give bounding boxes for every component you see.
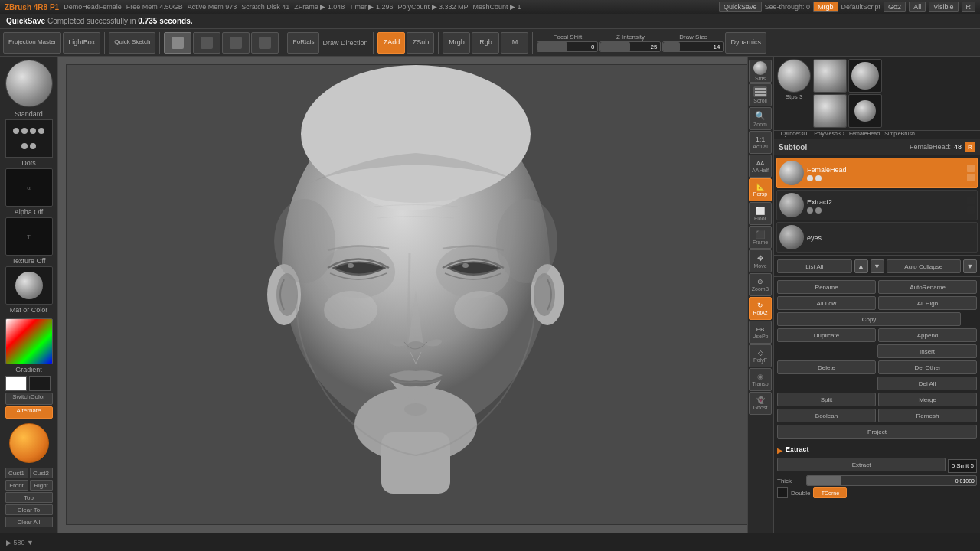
duplicate-button[interactable]: Duplicate (777, 328, 876, 342)
simplebrush-preview[interactable] (848, 94, 882, 128)
lightbox-button[interactable]: LightBox (63, 32, 100, 54)
all-button[interactable]: All (909, 2, 926, 12)
scroll-button[interactable]: Scroll (749, 83, 772, 106)
fh-lock-icon[interactable] (967, 174, 975, 181)
all-high-button[interactable]: All High (878, 296, 977, 310)
focal-shift-slider[interactable]: 0 (537, 41, 598, 52)
cust1-button[interactable]: Cust1 (5, 468, 28, 478)
ex2-lock-icon[interactable] (967, 206, 975, 214)
dots-preview[interactable] (5, 119, 53, 158)
usepb-button[interactable]: PB UsePb (749, 321, 772, 344)
zoom-button[interactable]: 🔍 Zoom (749, 107, 772, 130)
cylinder3d-preview[interactable] (813, 59, 847, 93)
copy-button[interactable]: Copy (777, 312, 961, 326)
polymesh3d-preview[interactable] (848, 59, 882, 93)
transp-button[interactable]: ◉ Transp (749, 368, 772, 391)
z-intensity-group: Z Intensity 25 (599, 34, 661, 52)
list-all-up-arrow[interactable]: ▲ (854, 259, 868, 273)
rotate-mode-button[interactable] (251, 32, 279, 54)
canvas-border (66, 64, 766, 525)
rgb-button[interactable]: Rgb (472, 32, 499, 54)
fh-vis-icon[interactable] (967, 165, 975, 172)
cust2-button[interactable]: Cust2 (30, 468, 53, 478)
dark-swatch[interactable] (29, 376, 51, 391)
viewport-canvas[interactable] (58, 57, 773, 533)
list-all-down-arrow[interactable]: ▼ (871, 259, 884, 273)
move-mode-button[interactable] (193, 32, 220, 54)
move-strip-button[interactable]: ✥ Move (749, 249, 772, 272)
clear-all-button[interactable]: Clear All (5, 517, 53, 527)
ghost-button[interactable]: 👻 Ghost (749, 392, 772, 415)
clear-to-button[interactable]: Clear To (5, 504, 53, 515)
material-preview[interactable] (5, 266, 53, 305)
document-info: DemoHeadFemale (64, 3, 122, 11)
quicksave-button[interactable]: QuickSave (719, 2, 762, 12)
auto-collapse-button[interactable]: Auto Collapse (887, 259, 962, 273)
zsub-button[interactable]: ZSub (407, 32, 434, 54)
z-intensity-slider[interactable]: 25 (599, 41, 661, 52)
projection-master-button[interactable]: Projection Master (3, 32, 61, 54)
zadd-button[interactable]: ZAdd (377, 32, 405, 54)
rename-button[interactable]: Rename (777, 280, 876, 294)
alternate-button[interactable]: Alternate (5, 406, 53, 419)
mrgb-title-button[interactable]: Mrgb (813, 2, 838, 12)
subtool-item-extract2[interactable]: Extract2 (776, 190, 978, 220)
mrgb-button[interactable]: Mrgb (443, 32, 470, 54)
auto-collapse-arrow[interactable]: ▼ (963, 259, 977, 273)
floor-button[interactable]: ⬜ Floor (749, 202, 772, 225)
double-checkbox[interactable] (777, 487, 788, 498)
ghost-label: Ghost (753, 405, 768, 410)
append-button[interactable]: Append (878, 328, 977, 342)
split-button[interactable]: Split (777, 393, 876, 406)
visible-button[interactable]: Visible (929, 2, 958, 12)
top-button[interactable]: Top (5, 492, 53, 503)
stds-button[interactable]: Stds (749, 60, 772, 83)
femalehead2-preview[interactable] (813, 94, 847, 128)
brush-mode-button[interactable] (164, 32, 191, 54)
auto-rename-button[interactable]: AutoRename (878, 280, 977, 294)
m-button[interactable]: M (501, 32, 528, 54)
alpha-preview[interactable]: α (5, 168, 53, 207)
go2-button[interactable]: Go2 (884, 2, 906, 12)
project-button[interactable]: Project (777, 425, 977, 439)
all-low-button[interactable]: All Low (777, 296, 876, 310)
remesh-button[interactable]: Remesh (878, 409, 977, 422)
list-all-button[interactable]: List All (777, 259, 852, 273)
rotaz-button[interactable]: ↻ RotAz (749, 297, 772, 320)
portals-button[interactable]: PoRtals (287, 32, 319, 54)
texture-preview[interactable]: T (5, 217, 53, 256)
aahalf-button[interactable]: AA AAHalf (749, 155, 772, 178)
dynamics-button[interactable]: Dynamics (725, 32, 766, 54)
right-button[interactable]: Right (30, 480, 53, 491)
extract-button[interactable]: Extract (777, 458, 946, 471)
merge-button[interactable]: Merge (878, 393, 977, 406)
subtool-item-femalehead[interactable]: FemaleHead (776, 158, 978, 188)
white-swatch[interactable] (5, 376, 27, 391)
thick-slider[interactable]: 0.01089 (806, 475, 977, 486)
actual-button[interactable]: 1:1 Actual (749, 131, 772, 154)
orange-sphere[interactable] (9, 423, 49, 463)
front-button[interactable]: Front (5, 480, 28, 491)
del-all-button[interactable]: Del All (877, 377, 977, 390)
boolean-button[interactable]: Boolean (777, 409, 876, 422)
subtool-item-eyes[interactable]: eyes (776, 222, 978, 253)
ex2-vis-icon[interactable] (967, 197, 975, 204)
switch-color-button[interactable]: SwitchColor (5, 393, 53, 405)
stds-big-sphere[interactable] (777, 59, 811, 93)
tcorne-button[interactable]: TCorne (813, 487, 847, 498)
quick-sketch-button[interactable]: Quick Sketch (109, 32, 155, 54)
zoomb-button[interactable]: ⊕ ZoomB (749, 273, 772, 296)
standard-brush-sphere[interactable] (5, 60, 53, 107)
frame-button[interactable]: ⬛ Frame (749, 226, 772, 249)
subtool-count-badge[interactable]: R (965, 142, 975, 152)
persp-button[interactable]: 📐 Persp (749, 178, 772, 201)
r-button[interactable]: R (962, 2, 976, 12)
insert-button[interactable]: Insert (877, 344, 977, 358)
polyf-button[interactable]: ◇ PolyF (749, 344, 772, 367)
polyf-icon: ◇ (758, 349, 763, 357)
color-picker[interactable] (5, 318, 53, 364)
scale-mode-button[interactable] (222, 32, 250, 54)
draw-size-slider[interactable]: 14 (662, 41, 724, 52)
del-other-button[interactable]: Del Other (878, 360, 977, 374)
delete-button[interactable]: Delete (777, 360, 876, 374)
